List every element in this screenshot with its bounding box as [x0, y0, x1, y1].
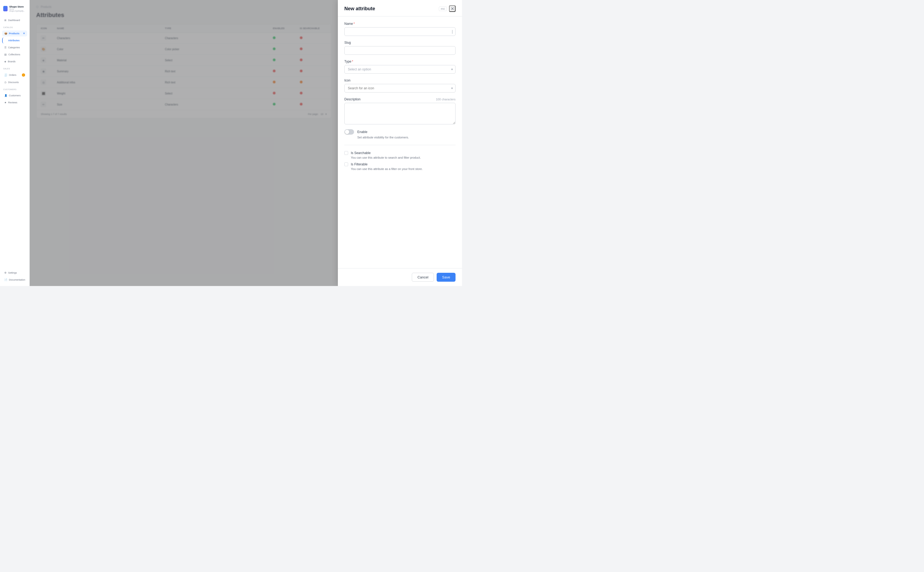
sidebar-item-reviews[interactable]: ★ Reviews [2, 99, 27, 106]
toggle-knob [345, 130, 349, 134]
dialog-body: Name* | Slug Type* Select an option Char… [338, 17, 462, 268]
categories-icon: ☰ [4, 46, 6, 49]
description-label: Description [344, 97, 361, 101]
divider [344, 145, 456, 145]
sidebar-item-discounts[interactable]: ◷ Discounts [2, 79, 27, 85]
sidebar-item-orders[interactable]: 🧾 Orders ! [2, 72, 27, 78]
type-field-group: Type* Select an option Characters Select… [344, 60, 456, 74]
discounts-icon: ◷ [4, 81, 6, 84]
enable-toggle-row: Enable [344, 129, 456, 135]
sidebar-item-label: Dashboard [8, 19, 20, 22]
sidebar-item-label: Documentation [9, 278, 25, 281]
checkbox-group: Is Searchable You can use this attribute… [344, 151, 456, 171]
description-textarea[interactable] [344, 103, 456, 124]
app-logo[interactable]: Shupo Store Go to shupo.myshopify... [2, 3, 27, 16]
products-expand[interactable]: ✕ [23, 32, 25, 35]
dashboard-icon: ⊞ [4, 19, 6, 22]
sidebar-item-label: Settings [8, 271, 17, 274]
is-searchable-description: You can use this attribute to search and… [351, 156, 456, 159]
is-searchable-item: Is Searchable You can use this attribute… [344, 151, 456, 159]
sidebar: Shupo Store Go to shupo.myshopify... ⊞ D… [0, 0, 30, 286]
icon-field-group: Icon ▾ [344, 79, 456, 93]
type-select-wrapper: Select an option Characters Select Color… [344, 65, 456, 74]
sidebar-item-attributes[interactable]: Attributes [2, 37, 27, 44]
products-icon: 📦 [4, 32, 7, 35]
logo-icon [3, 6, 8, 11]
catalog-section: CATALOG [2, 24, 27, 30]
is-filterable-checkbox[interactable] [344, 162, 348, 166]
new-attribute-dialog: New attribute esc ✕ Name* | Slug Type* [338, 0, 462, 286]
slug-field-group: Slug [344, 41, 456, 55]
customers-section: CUSTOMERS [2, 86, 27, 92]
app-subtitle: Go to shupo.myshopify... [9, 8, 26, 12]
name-input[interactable] [344, 27, 456, 36]
is-filterable-description: You can use this attribute as a filter o… [351, 167, 456, 171]
is-searchable-label: Is Searchable [351, 151, 370, 155]
sidebar-item-label: Attributes [8, 39, 20, 42]
documentation-icon: 📄 [4, 278, 7, 281]
reviews-icon: ★ [4, 101, 6, 104]
close-button[interactable]: ✕ [449, 5, 456, 12]
save-button[interactable]: Save [437, 273, 456, 282]
orders-icon: 🧾 [4, 74, 7, 76]
dialog-footer: Cancel Save [338, 268, 462, 286]
sidebar-item-customers[interactable]: 👤 Customers [2, 93, 27, 98]
icon-select-wrapper: ▾ [344, 84, 456, 93]
sidebar-item-label: Reviews [8, 101, 17, 104]
sidebar-item-label: Categories [8, 46, 20, 49]
app-name: Shupo Store [9, 5, 26, 8]
sidebar-item-label: Collections [8, 53, 20, 56]
sidebar-item-label: Products [9, 32, 19, 35]
dialog-title: New attribute [344, 6, 375, 12]
slug-label: Slug [344, 41, 456, 45]
name-input-wrapper: | [344, 27, 456, 36]
slug-input[interactable] [344, 46, 456, 55]
sidebar-item-label: Brands [8, 60, 16, 63]
sidebar-item-label: Discounts [8, 81, 19, 84]
sidebar-item-products[interactable]: 📦 Products ✕ [2, 31, 27, 36]
cancel-button[interactable]: Cancel [412, 273, 434, 282]
type-label: Type* [344, 60, 456, 64]
enable-section: Enable Set attribute visibility for the … [344, 129, 456, 139]
icon-search-input[interactable] [344, 84, 456, 93]
sidebar-item-settings[interactable]: ⚙ Settings [2, 270, 27, 276]
sidebar-item-brands[interactable]: ◈ Brands [2, 59, 27, 64]
is-filterable-label: Is Filterable [351, 162, 367, 166]
customers-icon: 👤 [4, 94, 7, 97]
description-field-group: Description 100 characters [344, 97, 456, 124]
is-filterable-item: Is Filterable You can use this attribute… [344, 162, 456, 171]
sidebar-item-label: Orders [9, 74, 17, 76]
icon-label: Icon [344, 79, 456, 82]
settings-icon: ⚙ [4, 271, 6, 274]
description-header: Description 100 characters [344, 97, 456, 101]
type-select[interactable]: Select an option Characters Select Color… [344, 65, 456, 74]
sidebar-item-documentation[interactable]: 📄 Documentation [2, 277, 27, 283]
dialog-header: New attribute esc ✕ [338, 0, 462, 17]
sidebar-item-categories[interactable]: ☰ Categories [2, 45, 27, 50]
brands-icon: ◈ [4, 60, 6, 63]
esc-badge: esc [439, 6, 447, 11]
sales-section: SALES [2, 65, 27, 71]
char-count: 100 characters [436, 98, 456, 101]
is-filterable-row: Is Filterable [344, 162, 456, 166]
collections-icon: ▤ [4, 53, 7, 56]
required-star: * [352, 60, 353, 64]
sidebar-item-collections[interactable]: ▤ Collections [2, 51, 27, 58]
name-label: Name* [344, 22, 456, 26]
is-searchable-row: Is Searchable [344, 151, 456, 155]
required-star: * [353, 22, 355, 26]
enable-label: Enable [357, 130, 367, 134]
sidebar-item-dashboard[interactable]: ⊞ Dashboard [2, 17, 27, 23]
enable-toggle[interactable] [344, 129, 354, 135]
name-field-group: Name* | [344, 22, 456, 36]
is-searchable-checkbox[interactable] [344, 151, 348, 155]
orders-badge: ! [22, 73, 25, 77]
dialog-header-actions: esc ✕ [439, 5, 456, 12]
name-input-icon: | [452, 30, 453, 34]
sidebar-item-label: Customers [9, 94, 21, 97]
enable-description: Set attribute visibility for the custome… [357, 136, 456, 139]
